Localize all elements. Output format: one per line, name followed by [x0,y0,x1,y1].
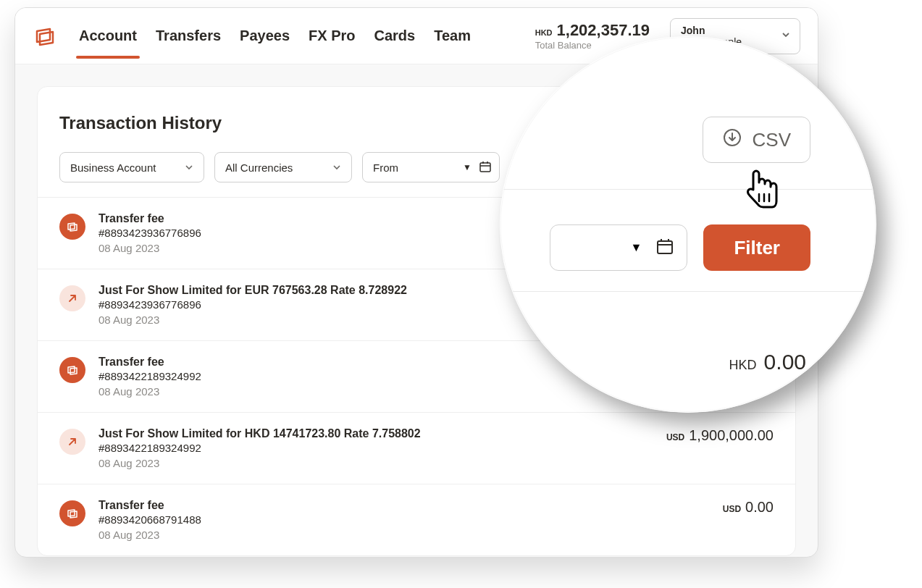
currency-dropdown-label: All Currencies [225,161,293,174]
nav-account[interactable]: Account [77,13,138,59]
tx-reference: #8893422189324992 [99,442,653,454]
currency-dropdown[interactable]: All Currencies [214,152,352,182]
svg-marker-10 [68,510,75,516]
svg-marker-7 [70,224,77,231]
mag-amount-ccy: HKD [729,358,757,373]
nav-team[interactable]: Team [432,13,472,59]
outgoing-icon [59,285,85,311]
user-name: John [681,25,772,36]
svg-marker-11 [70,511,77,518]
nav-cards[interactable]: Cards [372,13,416,59]
download-icon [722,127,742,153]
dropdown-triangle-icon: ▼ [631,241,642,254]
svg-rect-2 [480,163,490,172]
csv-export-button[interactable]: CSV [703,117,810,163]
svg-marker-1 [40,32,53,45]
tx-amount-value: 1,900,000.00 [689,427,774,444]
chevron-down-icon [781,30,791,43]
svg-marker-0 [37,29,50,42]
fee-icon [59,357,85,383]
nav-transfers[interactable]: Transfers [154,13,222,59]
chevron-down-icon [185,161,193,174]
nav-payees[interactable]: Payees [238,13,291,59]
mag-amount-value: 0.00 [764,350,806,374]
svg-marker-6 [68,223,75,230]
tx-amount-ccy: USD [666,432,684,442]
tx-amount: USD 1,900,000.00 [666,427,774,444]
balance-currency: HKD [535,28,553,37]
outgoing-icon [59,429,85,455]
calendar-icon [655,236,675,259]
calendar-icon [479,160,492,175]
date-to-input[interactable]: ▼ [550,224,687,271]
tx-amount-ccy: USD [723,504,741,514]
tx-amount-value: 0.00 [745,499,774,516]
balance-amount: 1,202,357.19 [557,21,650,40]
nav-fxpro[interactable]: FX Pro [307,13,356,59]
tx-title: Transfer fee [99,499,710,512]
magnifier-overlay: CSV ▼ Filter HKD 0.00 [500,36,876,413]
fee-icon [59,214,85,240]
transaction-row[interactable]: Transfer fee #8893420668791488 08 Aug 20… [38,484,795,555]
cursor-pointer-icon [742,165,782,214]
svg-marker-9 [70,368,77,374]
svg-rect-13 [658,241,672,253]
svg-marker-8 [68,366,75,373]
tx-title: Just For Show Limited for HKD 14741723.8… [99,427,653,440]
filter-button[interactable]: Filter [703,224,810,271]
magnifier-amount: HKD 0.00 [527,350,850,374]
tx-amount: USD 0.00 [723,499,774,516]
account-dropdown[interactable]: Business Account [59,152,204,182]
tx-date: 08 Aug 2023 [99,529,710,541]
tx-date: 08 Aug 2023 [99,457,653,469]
tx-reference: #8893420668791488 [99,513,710,526]
logo-icon [33,24,57,49]
transaction-row[interactable]: Just For Show Limited for HKD 14741723.8… [38,413,795,484]
csv-label: CSV [753,129,791,151]
dropdown-triangle-icon: ▼ [463,162,472,172]
nav: Account Transfers Payees FX Pro Cards Te… [77,13,472,59]
account-dropdown-label: Business Account [70,161,156,174]
date-from-label: From [373,161,398,174]
date-from-input[interactable]: From ▼ [362,152,500,182]
chevron-down-icon [332,161,341,174]
fee-icon [59,500,85,526]
